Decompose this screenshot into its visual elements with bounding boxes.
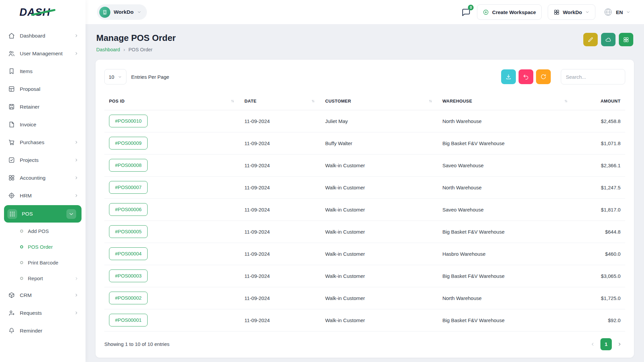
sort-icon[interactable] <box>311 99 316 104</box>
sidebar-item-pos[interactable]: POS <box>4 205 82 223</box>
pos-id-badge[interactable]: #POS00007 <box>109 181 148 194</box>
sidebar-item-purchases[interactable]: Purchases <box>0 133 86 151</box>
cell-amount: $2,366.1 <box>573 154 625 176</box>
page-1-button[interactable]: 1 <box>600 338 612 350</box>
pos-id-badge[interactable]: #POS00006 <box>109 203 148 216</box>
chevron-right-icon <box>617 342 622 347</box>
sidebar-subitem-print-barcode[interactable]: Print Barcode <box>0 255 86 270</box>
toolbar-right <box>501 69 625 84</box>
sidebar-item-label: Requests <box>20 310 42 316</box>
cell-warehouse: North Warehouse <box>438 176 573 198</box>
table-toolbar: 10 Entries Per Page <box>104 69 625 84</box>
search-input[interactable] <box>561 69 625 84</box>
sidebar-item-retainer[interactable]: Retainer <box>0 98 86 116</box>
sidebar-item-crm[interactable]: CRM <box>0 286 86 304</box>
storage-button[interactable] <box>601 33 615 46</box>
messages-button[interactable]: 0 <box>461 7 471 17</box>
sidebar-item-items[interactable]: Items <box>0 62 86 80</box>
entries-per-page-select[interactable]: 10 <box>104 69 126 84</box>
chevron-right-icon <box>74 293 79 298</box>
chevron-down-icon <box>137 10 142 14</box>
sort-icon[interactable] <box>428 99 433 104</box>
sidebar-item-reminder[interactable]: Reminder <box>0 322 86 340</box>
pos-id-badge[interactable]: #POS00003 <box>109 269 148 282</box>
column-header-warehouse[interactable]: WAREHOUSE <box>438 93 573 110</box>
chevron-right-icon <box>74 175 79 180</box>
cell-warehouse: Saveo Warehouse <box>438 198 573 221</box>
apps-grid-button[interactable] <box>619 33 633 46</box>
cell-date: 11-09-2024 <box>240 221 321 243</box>
column-label: DATE <box>245 99 257 104</box>
sidebar-item-proposal[interactable]: Proposal <box>0 80 86 98</box>
cell-warehouse: Saveo Warehouse <box>438 154 573 176</box>
cell-pos-id: #POS00003 <box>104 265 240 287</box>
page-head: Manage POS Order Dashboard › POS Order <box>96 33 634 52</box>
workspace-switcher[interactable]: WorkDo <box>97 4 147 20</box>
cell-warehouse: Big Basket F&V Warehouse <box>438 265 573 287</box>
entries-per-page-label: Entries Per Page <box>131 74 169 80</box>
main-column: WorkDo 0 Create Workspace WorkDo <box>86 0 644 362</box>
pos-id-badge[interactable]: #POS00008 <box>109 159 148 172</box>
entries-per-page-value: 10 <box>109 74 114 80</box>
breadcrumb-dashboard-link[interactable]: Dashboard <box>96 47 120 52</box>
cell-date: 11-09-2024 <box>240 132 321 154</box>
sidebar-item-projects[interactable]: Projects <box>0 151 86 169</box>
sidebar-subitem-pos-order[interactable]: POS Order <box>0 239 86 255</box>
sidebar-item-dashboard[interactable]: Dashboard <box>0 27 86 45</box>
pos-id-badge[interactable]: #POS00005 <box>109 225 148 238</box>
pos-id-badge[interactable]: #POS00002 <box>109 292 148 304</box>
pos-id-badge[interactable]: #POS00010 <box>109 115 148 127</box>
pos-icon <box>7 209 17 219</box>
reset-button[interactable] <box>519 69 533 84</box>
app-logo[interactable]: DASH <box>0 0 86 25</box>
pos-id-badge[interactable]: #POS00001 <box>109 314 148 326</box>
sort-icon[interactable] <box>230 99 235 104</box>
workdo-menu-button[interactable]: WorkDo <box>548 4 595 20</box>
chevron-left-icon <box>590 342 595 347</box>
prev-page-button[interactable] <box>587 338 598 350</box>
column-header-customer[interactable]: CUSTOMER <box>320 93 437 110</box>
column-header-date[interactable]: DATE <box>240 93 321 110</box>
column-label: AMOUNT <box>601 99 621 104</box>
table-row: #POS0000411-09-2024Walk-in CustomerHasbr… <box>104 243 625 265</box>
sidebar-item-user-management[interactable]: User Management <box>0 45 86 62</box>
sidebar-subitem-add-pos[interactable]: Add POS <box>0 223 86 239</box>
refresh-button[interactable] <box>536 69 551 84</box>
create-workspace-button[interactable]: Create Workspace <box>477 4 542 20</box>
topbar-actions: 0 Create Workspace WorkDo EN <box>461 4 633 20</box>
cell-date: 11-09-2024 <box>240 243 321 265</box>
column-label: POS ID <box>109 99 124 104</box>
cell-date: 11-09-2024 <box>240 265 321 287</box>
cell-amount: $1,817.0 <box>573 198 625 221</box>
table-row: #POS0000611-09-2024Walk-in CustomerSaveo… <box>104 198 625 221</box>
column-header-pos-id[interactable]: POS ID <box>104 93 240 110</box>
hrm-icon <box>8 192 15 199</box>
chevron-right-icon <box>74 158 79 163</box>
sidebar-subitem-report[interactable]: Report <box>0 270 86 286</box>
cell-amount: $644.8 <box>573 221 625 243</box>
export-button[interactable] <box>501 69 516 84</box>
table-row: #POS0000511-09-2024Walk-in CustomerBig B… <box>104 221 625 243</box>
cell-customer: Walk-in Customer <box>320 287 437 309</box>
pagination: 1 <box>587 338 625 350</box>
sort-icon[interactable] <box>564 99 569 104</box>
sidebar-item-label: User Management <box>20 51 63 57</box>
chevron-right-icon <box>74 310 79 315</box>
sidebar-item-label: Reminder <box>20 328 42 334</box>
pos-id-badge[interactable]: #POS00009 <box>109 137 148 149</box>
sidebar-item-hrm[interactable]: HRM <box>0 187 86 204</box>
next-page-button[interactable] <box>614 338 625 350</box>
refresh-icon <box>540 73 547 80</box>
sidebar-item-requests[interactable]: Requests <box>0 304 86 322</box>
cell-amount: $1,071.8 <box>573 132 625 154</box>
sidebar-item-accounting[interactable]: Accounting <box>0 169 86 187</box>
sidebar-item-invoice[interactable]: Invoice <box>0 116 86 133</box>
chevron-down-icon <box>585 10 590 14</box>
cell-customer: Buffy Walter <box>320 132 437 154</box>
bullet-icon <box>20 277 23 280</box>
language-button[interactable]: EN <box>601 7 633 17</box>
column-header-amount[interactable]: AMOUNT <box>573 93 625 110</box>
theme-customize-button[interactable] <box>583 33 598 46</box>
pos-id-badge[interactable]: #POS00004 <box>109 247 148 260</box>
sidebar-subitem-label: Report <box>28 276 43 281</box>
